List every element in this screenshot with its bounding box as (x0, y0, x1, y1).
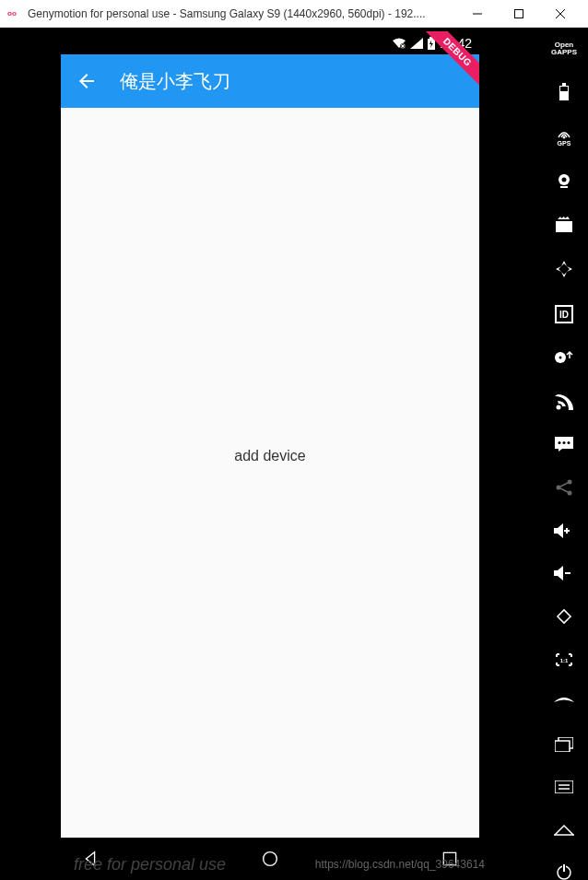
svg-line-28 (560, 483, 568, 487)
android-menu-button[interactable] (553, 779, 575, 795)
svg-rect-33 (555, 780, 573, 793)
svg-point-25 (568, 480, 572, 485)
svg-rect-32 (555, 741, 570, 752)
svg-point-7 (264, 852, 277, 866)
identifier-button[interactable]: ID (553, 305, 575, 323)
svg-rect-11 (560, 87, 568, 91)
watermark-csdn: https://blog.csdn.net/qq_39643614 (315, 858, 485, 871)
app-bar: 俺是小李飞刀 (61, 54, 479, 108)
nav-home-button[interactable] (233, 838, 307, 880)
multi-touch-button[interactable] (553, 259, 575, 279)
signal-icon (410, 38, 423, 49)
svg-point-22 (559, 441, 561, 444)
battery-button[interactable] (553, 83, 575, 101)
gps-button[interactable]: GPS (553, 127, 575, 147)
app-content: add device (61, 108, 479, 840)
volume-down-button[interactable] (553, 565, 575, 581)
window-titlebar: oo Genymotion for personal use - Samsung… (0, 0, 588, 28)
share-button[interactable] (553, 478, 575, 497)
emulator-container: DEBUG 12:42 (0, 28, 588, 880)
network-button[interactable] (553, 392, 575, 410)
app-bar-title: 俺是小李飞刀 (120, 69, 230, 94)
watermark-personal-use: free for personal use (74, 855, 226, 874)
power-button[interactable] (553, 863, 575, 880)
window-controls (456, 0, 581, 28)
maximize-button[interactable] (498, 0, 539, 28)
svg-point-19 (559, 357, 562, 359)
genymotion-icon: oo (7, 6, 22, 21)
webcam-button[interactable] (553, 172, 575, 191)
svg-point-14 (562, 178, 567, 182)
svg-point-12 (563, 135, 566, 138)
back-arrow-icon[interactable] (76, 70, 98, 92)
wifi-icon (392, 38, 406, 49)
minimize-button[interactable] (456, 0, 498, 28)
disk-io-button[interactable] (553, 349, 575, 366)
pixel-perfect-button[interactable]: 1:1 (553, 651, 575, 668)
add-device-text[interactable]: add device (234, 448, 305, 464)
device-screen: DEBUG 12:42 (61, 31, 479, 840)
android-recent-button[interactable] (553, 736, 575, 753)
android-back-button[interactable] (553, 694, 575, 710)
svg-point-23 (563, 441, 566, 444)
svg-point-27 (568, 491, 572, 496)
volume-up-button[interactable] (553, 522, 575, 539)
svg-rect-1 (514, 9, 523, 18)
genymotion-sidebar: Open GAPPS GPS ID (540, 28, 588, 880)
svg-rect-10 (562, 83, 566, 86)
svg-point-26 (557, 486, 561, 490)
android-home-button[interactable] (553, 821, 575, 838)
device-area: DEBUG 12:42 (0, 28, 540, 880)
svg-text:ID: ID (559, 310, 569, 320)
svg-point-20 (557, 405, 561, 410)
svg-point-24 (568, 441, 570, 444)
android-status-bar[interactable]: 12:42 (61, 31, 479, 54)
screencast-button[interactable] (553, 217, 575, 233)
svg-line-29 (560, 488, 568, 492)
svg-rect-30 (558, 610, 570, 623)
sms-button[interactable] (553, 436, 575, 452)
open-gapps-button[interactable]: Open GAPPS (553, 41, 575, 57)
window-title: Genymotion for personal use - Samsung Ga… (28, 7, 456, 20)
close-button[interactable] (539, 0, 581, 28)
svg-text:1:1: 1:1 (560, 658, 569, 663)
svg-rect-15 (556, 221, 572, 232)
rotate-button[interactable] (553, 607, 575, 626)
